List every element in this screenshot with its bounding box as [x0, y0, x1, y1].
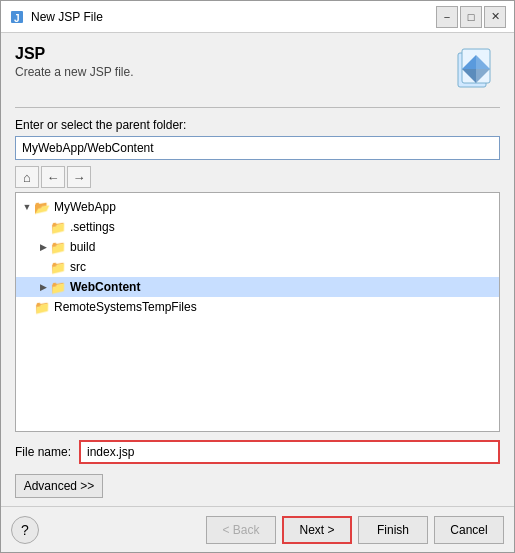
tree-item-label: build: [70, 240, 95, 254]
folder-input[interactable]: [15, 136, 500, 160]
folder-field-label: Enter or select the parent folder:: [15, 118, 500, 132]
window-controls: − □ ✕: [436, 6, 506, 28]
title-bar: J New JSP File − □ ✕: [1, 1, 514, 33]
tree-arrow-icon: [36, 220, 50, 234]
tree-item[interactable]: ▼📂MyWebApp: [16, 197, 499, 217]
folder-toolbar: ⌂ ← →: [15, 166, 500, 188]
back-button[interactable]: < Back: [206, 516, 276, 544]
wizard-title: JSP: [15, 45, 452, 63]
tree-arrow-icon: ▶: [36, 240, 50, 254]
wizard-icon-container: [452, 45, 500, 93]
tree-item-label: src: [70, 260, 86, 274]
home-button[interactable]: ⌂: [15, 166, 39, 188]
folder-icon: 📁: [34, 299, 50, 315]
header-text: JSP Create a new JSP file.: [15, 45, 452, 79]
dialog-content: JSP Create a new JSP file. Enter or sele…: [1, 33, 514, 506]
dialog-window: J New JSP File − □ ✕ JSP Create a new JS…: [0, 0, 515, 553]
folder-icon: 📁: [50, 239, 66, 255]
finish-button[interactable]: Finish: [358, 516, 428, 544]
close-button[interactable]: ✕: [484, 6, 506, 28]
window-title: New JSP File: [31, 10, 436, 24]
cancel-button[interactable]: Cancel: [434, 516, 504, 544]
next-button[interactable]: Next >: [282, 516, 352, 544]
forward-nav-button[interactable]: →: [67, 166, 91, 188]
window-icon: J: [9, 9, 25, 25]
header-section: JSP Create a new JSP file.: [15, 45, 500, 93]
header-divider: [15, 107, 500, 108]
wizard-graphic: [454, 47, 498, 91]
folder-icon: 📁: [50, 219, 66, 235]
tree-item[interactable]: ▶📁build: [16, 237, 499, 257]
tree-item-label: RemoteSystemsTempFiles: [54, 300, 197, 314]
tree-arrow-icon: ▼: [20, 200, 34, 214]
folder-icon: 📁: [50, 259, 66, 275]
tree-arrow-icon: ▶: [36, 280, 50, 294]
tree-item[interactable]: ▶📁WebContent: [16, 277, 499, 297]
filename-row: File name:: [15, 440, 500, 464]
svg-text:J: J: [14, 13, 20, 24]
wizard-subtitle: Create a new JSP file.: [15, 65, 452, 79]
folder-tree[interactable]: ▼📂MyWebApp📁.settings▶📁build📁src▶📁WebCont…: [15, 192, 500, 432]
tree-item-label: MyWebApp: [54, 200, 116, 214]
filename-label: File name:: [15, 445, 71, 459]
back-nav-button[interactable]: ←: [41, 166, 65, 188]
tree-item[interactable]: 📁.settings: [16, 217, 499, 237]
tree-item-label: .settings: [70, 220, 115, 234]
maximize-button[interactable]: □: [460, 6, 482, 28]
tree-arrow-icon: [20, 300, 34, 314]
folder-icon: 📁: [50, 279, 66, 295]
tree-item[interactable]: 📁RemoteSystemsTempFiles: [16, 297, 499, 317]
filename-input[interactable]: [79, 440, 500, 464]
advanced-button[interactable]: Advanced >>: [15, 474, 103, 498]
tree-arrow-icon: [36, 260, 50, 274]
folder-icon: 📂: [34, 199, 50, 215]
tree-item[interactable]: 📁src: [16, 257, 499, 277]
dialog-footer: ? < Back Next > Finish Cancel: [1, 506, 514, 552]
help-button[interactable]: ?: [11, 516, 39, 544]
tree-item-label: WebContent: [70, 280, 140, 294]
minimize-button[interactable]: −: [436, 6, 458, 28]
